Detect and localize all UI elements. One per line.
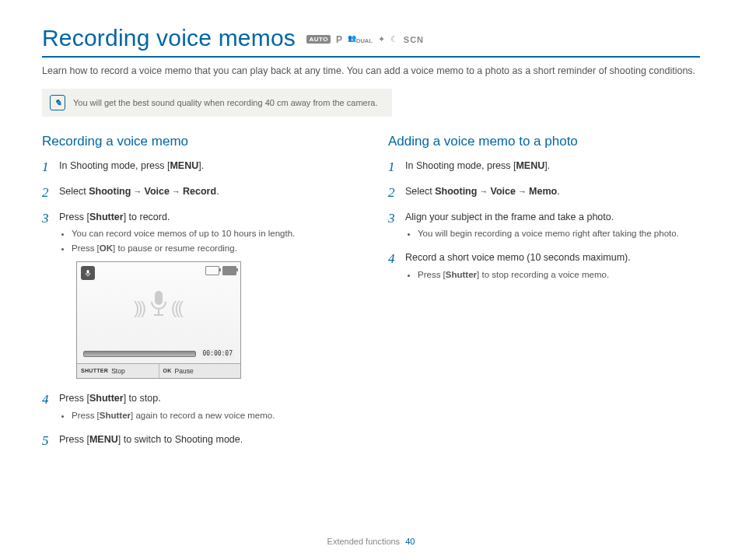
auto-icon: AUTO xyxy=(306,35,331,44)
program-icon: P xyxy=(336,34,342,45)
night-icon: ☾ xyxy=(390,34,398,44)
intro-text: Learn how to record a voice memo that yo… xyxy=(42,64,700,78)
sound-wave-right-icon: ))) xyxy=(173,295,184,320)
title-rule xyxy=(42,56,700,58)
right-column: Adding a voice memo to a photo In Shooti… xyxy=(388,134,700,458)
sound-wave-left-icon: ))) xyxy=(134,295,144,320)
page-number: 40 xyxy=(405,537,415,546)
step-1: In Shooting mode, press [MENU]. xyxy=(42,159,354,173)
tip-text: You will get the best sound quality when… xyxy=(73,98,378,107)
step-3: Press [Shutter] to record. You can recor… xyxy=(42,210,354,380)
progress-bar xyxy=(83,351,196,357)
glyph-icon: ✦ xyxy=(378,34,385,44)
step-4: Press [Shutter] to stop. Press [Shutter]… xyxy=(42,391,354,422)
ok-pause-label: OKPause xyxy=(159,364,241,379)
shutter-stop-label: SHUTTERStop xyxy=(77,364,159,379)
step-3-sub-2: Press [OK] to pause or resume recording. xyxy=(72,242,354,254)
step-4-sub: Press [Shutter] again to record a new vo… xyxy=(72,409,354,422)
page-footer: Extended functions 40 xyxy=(0,537,742,546)
left-column: Recording a voice memo In Shooting mode,… xyxy=(42,134,354,458)
left-heading: Recording a voice memo xyxy=(42,134,354,149)
mode-icon-strip: AUTO P 👥DUAL ✦ ☾ SCN xyxy=(306,34,424,45)
tip-box: ✎ You will get the best sound quality wh… xyxy=(42,89,392,117)
elapsed-time: 00:00:07 xyxy=(201,349,234,359)
card-indicator-icon xyxy=(205,266,219,275)
recorder-screenshot: ))) ))) 00:00:07 xyxy=(76,261,241,380)
scene-icon: SCN xyxy=(404,35,424,44)
step-2: Select Shooting → Voice → Record. xyxy=(42,184,354,199)
note-icon: ✎ xyxy=(50,95,65,110)
step-5: Press [MENU] to switch to Shooting mode. xyxy=(42,432,354,447)
page-title: Recording voice memos xyxy=(42,25,296,51)
footer-section: Extended functions xyxy=(327,537,401,546)
right-heading: Adding a voice memo to a photo xyxy=(388,134,700,149)
r-step-1: In Shooting mode, press [MENU]. xyxy=(388,159,700,173)
r-step-3-sub: You will begin recording a voice memo ri… xyxy=(418,227,700,240)
r-step-3: Align your subject in the frame and take… xyxy=(388,210,700,240)
r-step-4: Record a short voice memo (10 seconds ma… xyxy=(388,250,700,281)
battery-indicator-icon xyxy=(222,266,236,275)
step-3-sub-1: You can record voice memos of up to 10 h… xyxy=(72,227,354,240)
dual-icon: 👥DUAL xyxy=(348,34,373,44)
r-step-2: Select Shooting → Voice → Memo. xyxy=(388,184,700,199)
svg-rect-0 xyxy=(87,270,89,274)
r-step-4-sub: Press [Shutter] to stop recording a voic… xyxy=(418,268,700,281)
svg-rect-1 xyxy=(155,291,163,305)
mic-badge-icon xyxy=(81,266,95,280)
microphone-icon xyxy=(147,289,170,327)
